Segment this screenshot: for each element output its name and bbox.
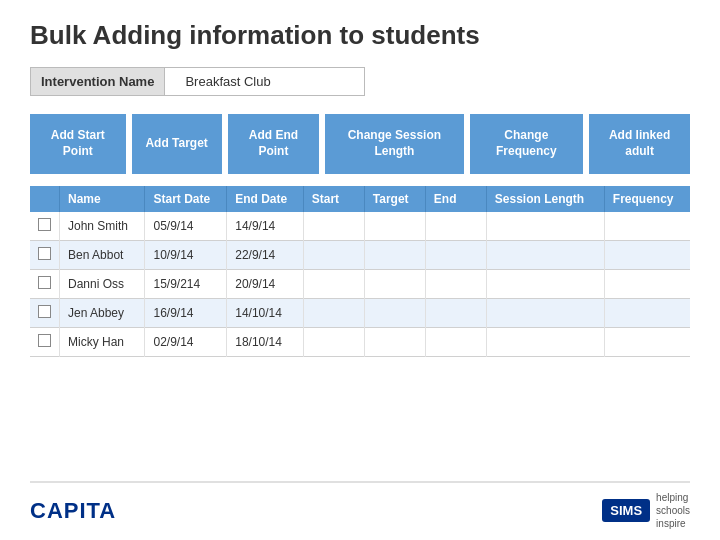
cell-end-date: 14/10/14: [227, 299, 304, 328]
col-end: End: [425, 186, 486, 212]
cell-end: [425, 270, 486, 299]
cell-target: [364, 299, 425, 328]
col-end-date: End Date: [227, 186, 304, 212]
col-start: Start: [303, 186, 364, 212]
intervention-label: Intervention Name: [30, 67, 165, 96]
students-table: Name Start Date End Date Start Target En…: [30, 186, 690, 357]
col-start-date: Start Date: [145, 186, 227, 212]
add-linked-adult-button[interactable]: Add linked adult: [589, 114, 690, 174]
intervention-row: Intervention Name Breakfast Club: [30, 67, 690, 96]
cell-name: Ben Abbot: [60, 241, 145, 270]
cell-session-length: [486, 328, 604, 357]
cell-session-length: [486, 270, 604, 299]
row-checkbox-cell: [30, 241, 60, 270]
cell-frequency: [604, 270, 690, 299]
table-row: Jen Abbey 16/9/14 14/10/14: [30, 299, 690, 328]
cell-target: [364, 212, 425, 241]
change-session-length-button[interactable]: Change Session Length: [325, 114, 463, 174]
cell-frequency: [604, 328, 690, 357]
table-row: Danni Oss 15/9/214 20/9/14: [30, 270, 690, 299]
page-title: Bulk Adding information to students: [30, 20, 690, 51]
table-row: Ben Abbot 10/9/14 22/9/14: [30, 241, 690, 270]
cell-end-date: 18/10/14: [227, 328, 304, 357]
cell-session-length: [486, 212, 604, 241]
col-name: Name: [60, 186, 145, 212]
cell-start-date: 10/9/14: [145, 241, 227, 270]
table-row: John Smith 05/9/14 14/9/14: [30, 212, 690, 241]
cell-session-length: [486, 241, 604, 270]
col-checkbox: [30, 186, 60, 212]
cell-end: [425, 241, 486, 270]
add-start-point-button[interactable]: Add Start Point: [30, 114, 126, 174]
row-checkbox[interactable]: [38, 276, 51, 289]
cell-frequency: [604, 241, 690, 270]
col-target: Target: [364, 186, 425, 212]
cell-start: [303, 241, 364, 270]
sims-tagline: helping schools inspire: [656, 491, 690, 530]
col-session-length: Session Length: [486, 186, 604, 212]
footer: CAPITA SIMS helping schools inspire: [30, 481, 690, 530]
cell-target: [364, 328, 425, 357]
row-checkbox[interactable]: [38, 247, 51, 260]
cell-start-date: 05/9/14: [145, 212, 227, 241]
cell-start: [303, 212, 364, 241]
cell-start-date: 02/9/14: [145, 328, 227, 357]
row-checkbox[interactable]: [38, 218, 51, 231]
cell-name: John Smith: [60, 212, 145, 241]
capita-logo: CAPITA: [30, 498, 116, 524]
row-checkbox-cell: [30, 270, 60, 299]
add-target-button[interactable]: Add Target: [132, 114, 222, 174]
cell-frequency: [604, 299, 690, 328]
change-frequency-button[interactable]: Change Frequency: [470, 114, 584, 174]
sims-badge: SIMS helping schools inspire: [602, 491, 690, 530]
cell-end-date: 20/9/14: [227, 270, 304, 299]
cell-name: Micky Han: [60, 328, 145, 357]
row-checkbox-cell: [30, 212, 60, 241]
row-checkbox[interactable]: [38, 334, 51, 347]
cell-end-date: 22/9/14: [227, 241, 304, 270]
cell-start: [303, 328, 364, 357]
cell-name: Danni Oss: [60, 270, 145, 299]
sims-logo: SIMS: [602, 499, 650, 522]
cell-end: [425, 328, 486, 357]
cell-end-date: 14/9/14: [227, 212, 304, 241]
cell-target: [364, 241, 425, 270]
cell-session-length: [486, 299, 604, 328]
cell-start: [303, 299, 364, 328]
row-checkbox[interactable]: [38, 305, 51, 318]
intervention-value: Breakfast Club: [165, 67, 365, 96]
row-checkbox-cell: [30, 299, 60, 328]
cell-start-date: 16/9/14: [145, 299, 227, 328]
cell-end: [425, 299, 486, 328]
cell-start: [303, 270, 364, 299]
data-table-wrapper: Name Start Date End Date Start Target En…: [30, 186, 690, 477]
add-end-point-button[interactable]: Add End Point: [228, 114, 320, 174]
cell-end: [425, 212, 486, 241]
cell-name: Jen Abbey: [60, 299, 145, 328]
row-checkbox-cell: [30, 328, 60, 357]
cell-start-date: 15/9/214: [145, 270, 227, 299]
col-frequency: Frequency: [604, 186, 690, 212]
cell-target: [364, 270, 425, 299]
table-row: Micky Han 02/9/14 18/10/14: [30, 328, 690, 357]
action-buttons: Add Start Point Add Target Add End Point…: [30, 114, 690, 174]
cell-frequency: [604, 212, 690, 241]
